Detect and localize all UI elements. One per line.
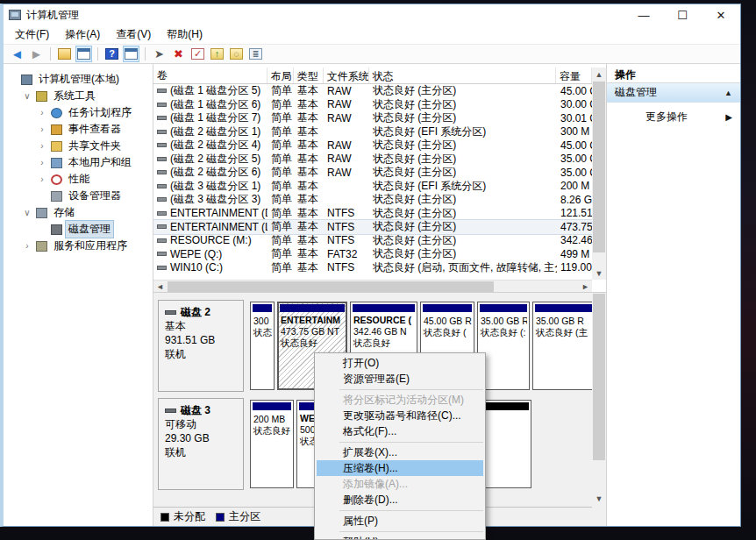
close-button[interactable]: ✕ (702, 4, 740, 25)
separator[interactable] (47, 46, 53, 62)
context-menu-item[interactable]: 格式化(F)... (317, 423, 483, 439)
context-menu-item[interactable]: 添加镜像(A)... (317, 476, 483, 492)
volume-filesystem: RAW (324, 98, 369, 110)
minimize-button[interactable]: — (624, 4, 663, 25)
volume-row[interactable]: (磁盘 1 磁盘分区 7) 简单 基本 RAW 状态良好 (主分区) 30.01… (153, 111, 592, 125)
volume-icon (157, 266, 167, 270)
scroll-up-icon[interactable]: ▲ (592, 68, 606, 81)
separator[interactable] (95, 46, 101, 62)
scroll-down-icon[interactable]: ▼ (592, 492, 606, 505)
context-menu-item[interactable]: 更改驱动器号和路径(C)... (317, 408, 483, 423)
scroll-left-icon[interactable]: ◄ (153, 281, 167, 293)
details-icon[interactable]: ≣ (247, 46, 264, 62)
volume-row[interactable]: (磁盘 2 磁盘分区 5) 简单 基本 RAW 状态良好 (主分区) 35.00… (153, 153, 592, 167)
tree-item[interactable]: › 共享文件夹 (4, 138, 153, 154)
volume-row[interactable]: WIN10 (C:) 简单 基本 NTFS 状态良好 (启动, 页面文件, 故障… (153, 261, 592, 275)
help-icon[interactable]: ? (103, 46, 120, 62)
back-icon[interactable]: ◄ (9, 46, 25, 62)
volume-row[interactable]: (磁盘 2 磁盘分区 4) 简单 基本 RAW 状态良好 (主分区) 45.00… (153, 139, 592, 153)
volume-list-scrollbar[interactable]: ▲ ▼ (592, 68, 606, 280)
context-menu-item[interactable] (339, 510, 483, 511)
volume-row[interactable]: (磁盘 2 磁盘分区 6) 简单 基本 RAW 状态良好 (主分区) 35.00… (153, 166, 592, 180)
expander-icon[interactable]: › (37, 124, 47, 134)
context-menu-item[interactable] (339, 442, 483, 443)
tree-item[interactable]: 计算机管理(本地) (4, 71, 153, 88)
check-icon[interactable]: ✓ (189, 46, 206, 62)
disk-3-label[interactable]: 磁盘 3 可移动 29.30 GB 联机 (158, 398, 244, 490)
context-menu-item[interactable]: 扩展卷(X)... (317, 444, 483, 460)
volume-row[interactable]: ENTERTAINMENT (L:) 简单 基本 NTFS 状态良好 (主分区)… (153, 220, 592, 234)
column-filesystem[interactable]: 文件系统 (324, 68, 369, 83)
collapse-icon[interactable]: ▲ (724, 89, 732, 97)
tree-item[interactable]: › 服务和应用程序 (4, 238, 153, 254)
menu-item[interactable]: 帮助(H) (159, 25, 210, 44)
tree-item[interactable]: › 性能 (4, 171, 153, 188)
context-menu-item[interactable]: 删除卷(D)... (317, 492, 483, 508)
up-folder-icon[interactable] (56, 46, 73, 62)
column-type[interactable]: 类型 (294, 68, 324, 83)
maximize-button[interactable]: ☐ (663, 4, 702, 25)
tree-item-label: 磁盘管理 (66, 221, 113, 238)
title-bar[interactable]: 计算机管理 — ☐ ✕ (4, 4, 740, 25)
console-tree-icon[interactable] (75, 46, 92, 62)
volume-row[interactable]: (磁盘 2 磁盘分区 1) 简单 基本 状态良好 (EFI 系统分区) 300 … (153, 125, 592, 139)
volume-row[interactable]: WEPE (Q:) 简单 基本 FAT32 状态良好 (主分区) 499 M (153, 247, 592, 261)
forward-icon[interactable]: ► (28, 46, 45, 62)
tree-item[interactable]: › 本地用户和组 (4, 154, 153, 171)
volume-list-hscrollbar[interactable]: ◄ ► (153, 280, 592, 292)
volume-row[interactable]: RESOURCE (M:) 简单 基本 NTFS 状态良好 (主分区) 342.… (153, 234, 592, 248)
context-menu-item[interactable]: 属性(P) (317, 513, 483, 529)
expander-icon[interactable]: ∨ (22, 91, 32, 101)
expander-icon[interactable]: › (37, 108, 47, 117)
partition-block[interactable]: 200 MB 状态良好 (250, 400, 294, 488)
tree-item[interactable]: › 事件查看器 (4, 121, 153, 138)
context-menu-item[interactable] (339, 531, 483, 532)
context-menu-item[interactable] (339, 389, 483, 390)
tree-item[interactable]: ∨ 系统工具 (4, 88, 153, 104)
expander-icon[interactable]: › (37, 141, 47, 151)
column-layout[interactable]: 布局 (267, 68, 294, 83)
disk-2-label[interactable]: 磁盘 2 基本 931.51 GB 联机 (158, 300, 244, 392)
scroll-right-icon[interactable]: ► (579, 281, 592, 293)
column-status[interactable]: 状态 (369, 68, 557, 83)
scrollbar-thumb[interactable] (593, 294, 605, 460)
find-icon[interactable]: ◌ (228, 46, 245, 62)
column-volume[interactable]: 卷 (153, 68, 267, 83)
tree-item[interactable]: › 任务计划程序 (4, 104, 153, 121)
context-menu-item[interactable]: 打开(O) (317, 355, 483, 371)
partition-block[interactable]: 300 状态 (250, 302, 275, 390)
action-pane-icon[interactable] (123, 46, 139, 62)
pointer-icon[interactable]: ➤ (151, 46, 168, 62)
disk-management-action-group[interactable]: 磁盘管理 ▲ (607, 83, 740, 103)
menu-item[interactable]: 文件(F) (7, 25, 57, 44)
expander-icon[interactable]: › (37, 158, 47, 167)
volume-row[interactable]: (磁盘 3 磁盘分区 3) 简单 基本 状态良好 (主分区) 8.26 G (153, 193, 592, 207)
export-icon[interactable]: ↑ (209, 46, 225, 62)
volume-row[interactable]: (磁盘 3 磁盘分区 1) 简单 基本 状态良好 (EFI 系统分区) 200 … (153, 180, 592, 194)
delete-icon[interactable]: ✖ (170, 46, 187, 62)
expander-icon[interactable]: › (37, 174, 47, 184)
volume-row[interactable]: (磁盘 1 磁盘分区 5) 简单 基本 RAW 状态良好 (主分区) 45.00… (153, 84, 592, 98)
disk-view-scrollbar[interactable]: ▼ (592, 293, 606, 526)
expander-icon[interactable]: ∨ (22, 208, 32, 217)
scroll-down-icon[interactable]: ▼ (592, 266, 606, 280)
column-capacity[interactable]: 容量 (556, 68, 592, 83)
context-menu-item[interactable]: 资源管理器(E) (317, 371, 483, 387)
context-menu-item[interactable]: 压缩卷(H)... (317, 460, 483, 476)
partition-block[interactable]: 35.00 GB R 状态良好 (主 (532, 302, 596, 390)
expander-icon[interactable]: › (22, 241, 32, 251)
scrollbar-thumb[interactable] (593, 82, 605, 252)
volume-row[interactable]: (磁盘 1 磁盘分区 6) 简单 基本 RAW 状态良好 (主分区) 30.00… (153, 98, 592, 112)
context-menu-item[interactable]: 帮助(H) (317, 534, 483, 540)
more-actions-item[interactable]: 更多操作 ▶ (607, 103, 740, 124)
separator[interactable] (142, 46, 148, 62)
tree-item[interactable]: 磁盘管理 (4, 221, 153, 238)
menu-item[interactable]: 操作(A) (57, 25, 108, 44)
context-menu-item[interactable]: 将分区标记为活动分区(M) (317, 392, 483, 408)
tree-item[interactable]: ∨ 存储 (4, 204, 153, 221)
tree-item[interactable]: 设备管理器 (4, 188, 153, 204)
scrollbar-thumb[interactable] (168, 281, 494, 292)
volume-row[interactable]: ENTERTAINMENT (D:) 简单 基本 NTFS 状态良好 (主分区)… (153, 207, 592, 221)
menu-item[interactable]: 查看(V) (108, 25, 159, 44)
volume-type: 基本 (294, 98, 324, 112)
